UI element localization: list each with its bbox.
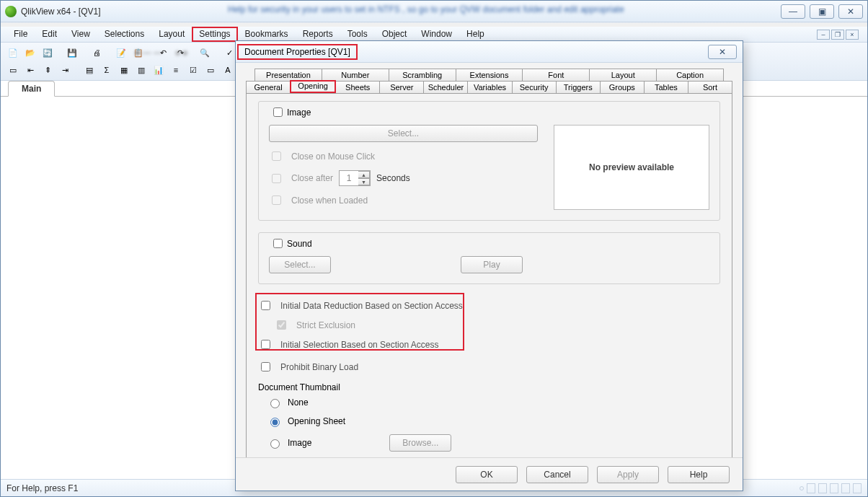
tab-tables[interactable]: Tables [644, 81, 688, 93]
close-when-loaded-checkbox[interactable] [272, 195, 281, 205]
close-after-spinner[interactable]: ▲ ▼ [339, 170, 371, 186]
menu-object[interactable]: Object [375, 27, 415, 42]
initial-selection-label: Initial Selection Based on Section Acces… [280, 340, 438, 350]
mdi-minimize-icon[interactable]: – [817, 30, 830, 40]
inputbox-icon[interactable]: ≡ [168, 62, 184, 78]
dialog-tabs: Presentation Number Scrambling Extension… [246, 69, 732, 457]
image-enable-checkbox[interactable] [273, 107, 283, 117]
sheet-tab-main[interactable]: Main [8, 81, 55, 97]
spinner-down-icon[interactable]: ▼ [358, 178, 370, 185]
tab-security[interactable]: Security [512, 81, 557, 93]
titlebar: QlikView x64 - [QV1] Help for security i… [1, 1, 867, 22]
chart-left-icon[interactable]: ⇤ [22, 62, 38, 78]
tab-scrambling[interactable]: Scrambling [389, 69, 456, 81]
document-thumbnail-label: Document Thumbnail [258, 382, 720, 392]
menu-settings[interactable]: Settings [192, 27, 237, 42]
redo-icon[interactable]: ↷ [172, 45, 188, 61]
tab-number[interactable]: Number [322, 69, 389, 81]
sound-select-button[interactable]: Select... [269, 256, 331, 273]
tab-groups[interactable]: Groups [600, 81, 645, 93]
close-on-click-checkbox[interactable] [272, 151, 281, 161]
tab-variables[interactable]: Variables [467, 81, 512, 93]
cancel-button[interactable]: Cancel [526, 466, 588, 483]
sound-play-button[interactable]: Play [461, 256, 523, 273]
ok-button[interactable]: OK [456, 466, 518, 483]
tablebox-icon[interactable]: ▥ [133, 62, 149, 78]
tab-opening[interactable]: Opening [290, 80, 336, 93]
tab-caption[interactable]: Caption [656, 69, 724, 81]
mdi-restore-icon[interactable]: ❐ [831, 30, 844, 40]
thumbnail-opening-sheet-radio[interactable] [270, 418, 280, 427]
menu-tools[interactable]: Tools [340, 27, 375, 42]
initial-data-reduction-checkbox[interactable] [261, 301, 270, 310]
close-button[interactable]: ✕ [838, 4, 863, 19]
chart-icon[interactable]: 📊 [151, 62, 167, 78]
search-icon[interactable]: 🔍 [197, 45, 213, 61]
prohibit-binary-load-checkbox[interactable] [261, 362, 270, 371]
menu-selections[interactable]: Selections [97, 27, 151, 42]
menu-reports[interactable]: Reports [296, 27, 340, 42]
menu-layout[interactable]: Layout [151, 27, 192, 42]
prohibit-binary-load-label: Prohibit Binary Load [280, 362, 358, 372]
app-window: QlikView x64 - [QV1] Help for security i… [0, 0, 868, 497]
tab-sheets[interactable]: Sheets [335, 81, 380, 93]
listbox-icon[interactable]: ▤ [81, 62, 97, 78]
reload-icon[interactable]: 📋 [130, 45, 146, 61]
tab-triggers[interactable]: Triggers [556, 81, 601, 93]
menu-bookmarks[interactable]: Bookmarks [238, 27, 296, 42]
close-after-checkbox[interactable] [272, 174, 281, 183]
spinner-up-icon[interactable]: ▲ [358, 171, 370, 178]
thumbnail-image-radio[interactable] [270, 439, 280, 449]
image-select-button[interactable]: Select... [269, 125, 538, 142]
multibox-icon[interactable]: ▦ [116, 62, 132, 78]
menu-help[interactable]: Help [459, 27, 492, 42]
maximize-button[interactable]: ▣ [810, 4, 834, 19]
tab-general[interactable]: General [246, 81, 291, 93]
dialog-titlebar: Document Properties [QV1] ✕ [236, 41, 743, 63]
menu-window[interactable]: Window [414, 27, 459, 42]
tab-presentation[interactable]: Presentation [254, 69, 322, 81]
button-icon[interactable]: ▭ [203, 62, 218, 78]
dialog-title: Document Properties [QV1] [237, 44, 358, 60]
tab-layout[interactable]: Layout [589, 69, 657, 81]
tab-sort[interactable]: Sort [688, 81, 732, 93]
open-icon[interactable]: 📂 [22, 45, 38, 61]
menu-view[interactable]: View [64, 27, 97, 42]
apply-button[interactable]: Apply [597, 466, 659, 483]
strict-exclusion-checkbox[interactable] [277, 320, 286, 330]
tab-server[interactable]: Server [379, 81, 424, 93]
dialog-close-button[interactable]: ✕ [708, 45, 737, 59]
chart-up-icon[interactable]: ⇞ [40, 62, 56, 78]
tab-scheduler[interactable]: Scheduler [423, 81, 468, 93]
thumbnail-browse-button[interactable]: Browse... [389, 434, 451, 452]
undo-icon[interactable]: ↶ [155, 45, 171, 61]
statbox-icon[interactable]: Σ [99, 62, 115, 78]
sound-group-label: Sound [287, 239, 312, 249]
edit-script-icon[interactable]: 📝 [113, 45, 129, 61]
help-button[interactable]: Help [668, 466, 730, 483]
save-icon[interactable]: 💾 [64, 45, 80, 61]
tab-extensions[interactable]: Extensions [456, 69, 523, 81]
new-sheet-icon[interactable]: ▭ [5, 62, 21, 78]
chart-right-icon[interactable]: ⇥ [57, 62, 73, 78]
initial-selection-checkbox[interactable] [261, 340, 270, 349]
menu-edit[interactable]: Edit [35, 27, 64, 42]
image-preview: No preview available [554, 125, 709, 210]
close-after-value[interactable] [340, 171, 358, 185]
textobject-icon[interactable]: A [220, 62, 236, 78]
mdi-close-icon[interactable]: × [846, 30, 859, 40]
print-icon[interactable]: 🖨 [89, 45, 105, 61]
tab-font[interactable]: Font [522, 69, 590, 81]
currentselections-icon[interactable]: ☑ [185, 62, 201, 78]
thumbnail-none-label: None [288, 397, 309, 408]
seconds-label: Seconds [376, 173, 410, 183]
refresh-icon[interactable]: 🔄 [40, 45, 56, 61]
thumbnail-none-radio[interactable] [270, 399, 280, 408]
sound-enable-checkbox[interactable] [273, 239, 283, 248]
minimize-button[interactable]: — [781, 4, 805, 19]
menu-file[interactable]: File [6, 27, 35, 42]
statusbar-segment [830, 483, 838, 493]
new-doc-icon[interactable]: 📄 [5, 45, 21, 61]
document-thumbnail-section: Document Thumbnail None Opening Sheet [258, 382, 720, 452]
statusbar-segment [841, 483, 850, 493]
